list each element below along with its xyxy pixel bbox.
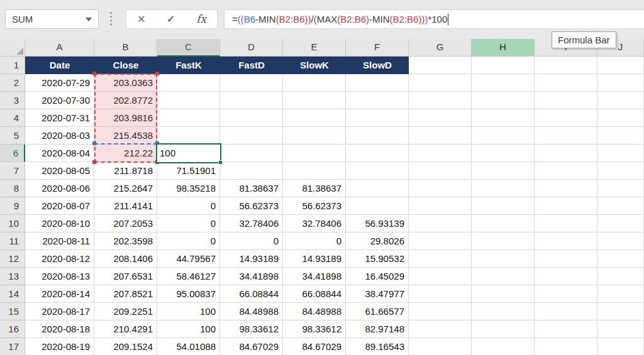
- row-header-8[interactable]: 8: [0, 180, 25, 197]
- formula-input[interactable]: =((B6-MIN(B2:B6))/(MAX(B2:B6)-MIN(B2:B6)…: [224, 9, 644, 29]
- cell-A15[interactable]: 2020-08-17: [25, 303, 94, 320]
- cell-I2[interactable]: [535, 74, 597, 92]
- cell-I7[interactable]: [535, 162, 597, 180]
- cell-A5[interactable]: 2020-08-03: [25, 127, 94, 145]
- cell-B16[interactable]: 210.4291: [94, 320, 157, 338]
- cell-C13[interactable]: 58.46127: [157, 268, 220, 285]
- range-handle[interactable]: [92, 160, 96, 164]
- cell-G5[interactable]: [409, 127, 472, 145]
- cell-A4[interactable]: 2020-07-31: [25, 109, 94, 127]
- cell-I17[interactable]: [535, 338, 597, 355]
- row-header-17[interactable]: 17: [0, 338, 25, 355]
- cell-C9[interactable]: 0: [157, 197, 220, 215]
- cell-B9[interactable]: 211.4141: [94, 197, 157, 215]
- cell-I14[interactable]: [535, 285, 597, 303]
- cell-J10[interactable]: [597, 215, 644, 232]
- cell-B1[interactable]: Close: [94, 57, 157, 74]
- cell-I8[interactable]: [535, 180, 597, 197]
- cell-D12[interactable]: 14.93189: [220, 250, 283, 268]
- cell-E1[interactable]: SlowK: [283, 57, 346, 74]
- cell-E10[interactable]: 32.78406: [283, 215, 346, 232]
- cell-I16[interactable]: [535, 320, 597, 338]
- cell-E3[interactable]: [283, 92, 346, 109]
- row-header-3[interactable]: 3: [0, 92, 25, 109]
- cell-F15[interactable]: 61.66577: [346, 303, 409, 320]
- cell-A3[interactable]: 2020-07-30: [25, 92, 94, 109]
- cell-F12[interactable]: 15.90532: [346, 250, 409, 268]
- cell-C14[interactable]: 95.00837: [157, 285, 220, 303]
- cell-E11[interactable]: 0: [283, 232, 346, 250]
- cell-F11[interactable]: 29.8026: [346, 232, 409, 250]
- cell-B7[interactable]: 211.8718: [94, 162, 157, 180]
- cell-D5[interactable]: [220, 127, 283, 145]
- cell-H3[interactable]: [472, 92, 535, 109]
- cell-I6[interactable]: [535, 145, 597, 162]
- cell-H4[interactable]: [472, 109, 535, 127]
- row-header-16[interactable]: 16: [0, 320, 25, 338]
- cell-G12[interactable]: [409, 250, 472, 268]
- cell-J7[interactable]: [597, 162, 644, 180]
- cell-H13[interactable]: [472, 268, 535, 285]
- cell-E5[interactable]: [283, 127, 346, 145]
- cell-I11[interactable]: [535, 232, 597, 250]
- cell-I12[interactable]: [535, 250, 597, 268]
- cell-J16[interactable]: [597, 320, 644, 338]
- cell-I15[interactable]: [535, 303, 597, 320]
- fill-handle[interactable]: [218, 160, 223, 165]
- cell-C12[interactable]: 44.79567: [157, 250, 220, 268]
- cell-D10[interactable]: 32.78406: [220, 215, 283, 232]
- row-header-7[interactable]: 7: [0, 162, 25, 180]
- cell-E9[interactable]: 56.62373: [283, 197, 346, 215]
- cell-H11[interactable]: [472, 232, 535, 250]
- cell-A17[interactable]: 2020-08-19: [25, 338, 94, 355]
- cell-I1[interactable]: [535, 57, 597, 74]
- cell-B12[interactable]: 208.1406: [94, 250, 157, 268]
- cell-F10[interactable]: 56.93139: [346, 215, 409, 232]
- cell-E13[interactable]: 34.41898: [283, 268, 346, 285]
- row-header-15[interactable]: 15: [0, 303, 25, 320]
- cell-A16[interactable]: 2020-08-18: [25, 320, 94, 338]
- cell-D15[interactable]: 84.48988: [220, 303, 283, 320]
- range-handle[interactable]: [155, 72, 159, 75]
- row-header-14[interactable]: 14: [0, 285, 25, 303]
- cell-D17[interactable]: 84.67029: [220, 338, 283, 355]
- cell-I9[interactable]: [535, 197, 597, 215]
- cell-A2[interactable]: 2020-07-29: [25, 74, 94, 92]
- row-header-11[interactable]: 11: [0, 232, 25, 250]
- cell-H9[interactable]: [472, 197, 535, 215]
- cell-D1[interactable]: FastD: [220, 57, 283, 74]
- active-cell-C6[interactable]: 100: [156, 143, 221, 163]
- cell-E15[interactable]: 84.48988: [283, 303, 346, 320]
- cell-G6[interactable]: [409, 145, 472, 162]
- cell-J8[interactable]: [597, 180, 644, 197]
- cell-E12[interactable]: 14.93189: [283, 250, 346, 268]
- cell-G9[interactable]: [409, 197, 472, 215]
- cell-H1[interactable]: [472, 57, 535, 74]
- cell-F13[interactable]: 16.45029: [346, 268, 409, 285]
- toolbar-drag-handle-icon[interactable]: [110, 12, 112, 25]
- cell-C1[interactable]: FastK: [157, 57, 220, 74]
- cell-J6[interactable]: [597, 145, 644, 162]
- cell-H12[interactable]: [472, 250, 535, 268]
- reference-handle[interactable]: [92, 141, 96, 145]
- cell-F3[interactable]: [346, 92, 409, 109]
- cell-E8[interactable]: 81.38637: [283, 180, 346, 197]
- row-header-9[interactable]: 9: [0, 197, 25, 215]
- cell-B4[interactable]: 203.9816: [94, 109, 157, 127]
- cell-G7[interactable]: [409, 162, 472, 180]
- cell-J15[interactable]: [597, 303, 644, 320]
- enter-button[interactable]: ✓: [167, 14, 175, 25]
- cell-H10[interactable]: [472, 215, 535, 232]
- cell-D13[interactable]: 34.41898: [220, 268, 283, 285]
- cell-F7[interactable]: [346, 162, 409, 180]
- range-handle[interactable]: [92, 72, 96, 75]
- cell-I4[interactable]: [535, 109, 597, 127]
- cell-B10[interactable]: 207.2053: [94, 215, 157, 232]
- cell-B14[interactable]: 207.8521: [94, 285, 157, 303]
- cell-A6[interactable]: 2020-08-04: [25, 145, 94, 162]
- cell-F8[interactable]: [346, 180, 409, 197]
- cell-E14[interactable]: 66.08844: [283, 285, 346, 303]
- cell-G16[interactable]: [409, 320, 472, 338]
- cell-C3[interactable]: [157, 92, 220, 109]
- cell-F4[interactable]: [346, 109, 409, 127]
